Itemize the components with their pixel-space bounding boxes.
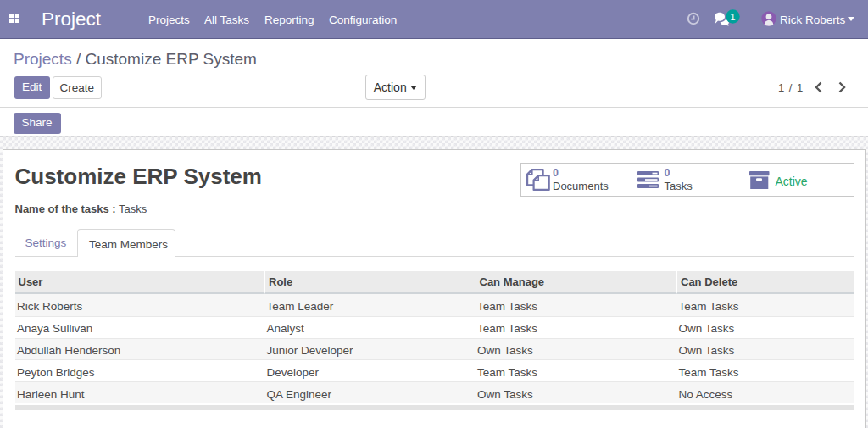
svg-text:1: 1 — [730, 11, 735, 21]
